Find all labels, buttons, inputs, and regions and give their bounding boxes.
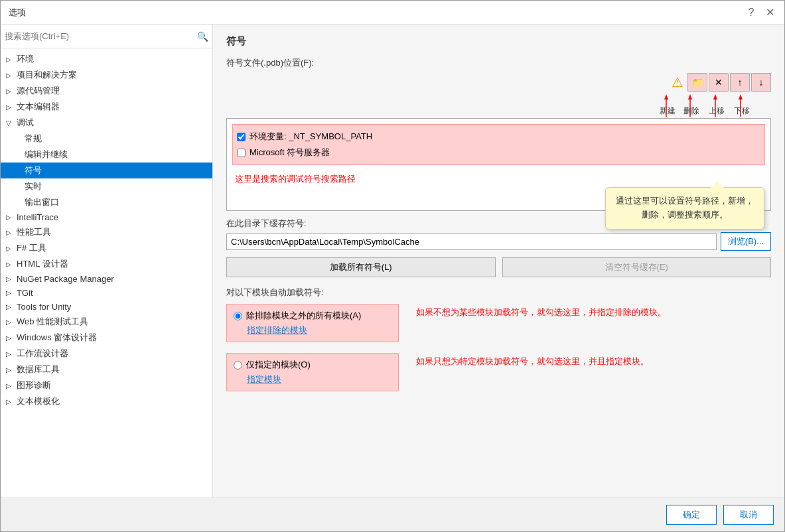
dialog-footer: 确定 取消 xyxy=(1,498,784,531)
tooltip-text: 通过这里可以设置符号路径，新增，删除，调整搜索顺序。 xyxy=(616,196,754,220)
tree-item-toolsforunity[interactable]: ▷Tools for Unity xyxy=(1,300,212,314)
tree-item-editcontinue[interactable]: 编辑并继续 xyxy=(1,147,212,163)
tree-item-source[interactable]: ▷源代码管理 xyxy=(1,83,212,99)
section-title: 符号 xyxy=(226,35,771,48)
search-input[interactable] xyxy=(5,31,197,41)
help-button[interactable]: ? xyxy=(745,6,758,19)
radio1-label: 除排除模块之外的所有模块(A) xyxy=(246,310,361,322)
tree-item-tgit[interactable]: ▷TGit xyxy=(1,286,212,300)
options-dialog: 选项 ? ✕ 🔍 ▷环境 ▷项目和解决方案 ▷源代码管理 ▷文本编辑器 ▽调试 … xyxy=(0,0,785,532)
radio2-label: 仅指定的模块(O) xyxy=(246,359,311,371)
clear-cache-button[interactable]: 清空符号缓存(E) xyxy=(502,257,772,277)
tree-item-winforms[interactable]: ▷Windows 窗体设计器 xyxy=(1,330,212,346)
radio2-input[interactable] xyxy=(234,361,242,369)
tree-view: ▷环境 ▷项目和解决方案 ▷源代码管理 ▷文本编辑器 ▽调试 常规 编辑并继续 … xyxy=(1,48,212,498)
checkbox-row-microsoft: Microsoft 符号服务器 xyxy=(237,145,760,161)
radio1-hint: 如果不想为某些模块加载符号，就勾选这里，并指定排除的模块。 xyxy=(416,306,771,318)
tree-item-fsharp[interactable]: ▷F# 工具 xyxy=(1,240,212,256)
checkbox-row-env: 环境变量: _NT_SYMBOL_PATH xyxy=(237,129,760,145)
file-label: 符号文件(.pdb)位置(F): xyxy=(226,57,771,69)
tree-item-symbol[interactable]: 符号 xyxy=(1,163,212,178)
cache-input-row: 浏览(B)... xyxy=(226,232,771,251)
search-icon: 🔍 xyxy=(197,31,208,42)
tree-item-webperf[interactable]: ▷Web 性能测试工具 xyxy=(1,314,212,330)
radio1-input[interactable] xyxy=(234,312,242,320)
svg-marker-3 xyxy=(688,94,692,100)
tree-item-texteditor[interactable]: ▷文本编辑器 xyxy=(1,99,212,115)
radio2-row: 仅指定的模块(O) 指定模块 如果只想为特定模块加载符号，就勾选这里，并且指定模… xyxy=(226,353,771,397)
checkbox-microsoft[interactable] xyxy=(237,149,246,157)
tree-item-texttemplate[interactable]: ▷文本模板化 xyxy=(1,393,212,409)
tree-item-outputwindow[interactable]: 输出窗口 xyxy=(1,194,212,210)
checkbox-env-label: 环境变量: _NT_SYMBOL_PATH xyxy=(250,131,372,143)
cache-path-input[interactable] xyxy=(226,233,717,250)
radio2-section: 仅指定的模块(O) 指定模块 xyxy=(226,353,399,391)
cancel-button[interactable]: 取消 xyxy=(723,505,774,525)
checkbox-env[interactable] xyxy=(237,133,246,141)
action-row: 加载所有符号(L) 清空符号缓存(E) xyxy=(226,257,771,277)
tooltip-balloon: 通过这里可以设置符号路径，新增，删除，调整搜索顺序。 xyxy=(605,187,764,230)
radio1-section: 除排除模块之外的所有模块(A) 指定排除的模块 xyxy=(226,304,399,342)
dialog-body: 🔍 ▷环境 ▷项目和解决方案 ▷源代码管理 ▷文本编辑器 ▽调试 常规 编辑并继… xyxy=(1,25,784,498)
radio1-link[interactable]: 指定排除的模块 xyxy=(247,325,307,335)
tree-item-workflow[interactable]: ▷工作流设计器 xyxy=(1,346,212,362)
radio1-row: 除排除模块之外的所有模块(A) 指定排除的模块 如果不想为某些模块加载符号，就勾… xyxy=(226,304,771,348)
label-up: 上移 xyxy=(705,105,729,117)
tree-item-perftools[interactable]: ▷性能工具 xyxy=(1,224,212,240)
title-bar-controls: ? ✕ xyxy=(745,6,776,19)
label-delete: 删除 xyxy=(679,105,703,117)
tree-item-debug[interactable]: ▽调试 xyxy=(1,115,212,131)
ok-button[interactable]: 确定 xyxy=(666,505,717,525)
close-button[interactable]: ✕ xyxy=(763,6,776,19)
tree-item-dbtools[interactable]: ▷数据库工具 xyxy=(1,362,212,377)
checkbox-microsoft-label: Microsoft 符号服务器 xyxy=(250,147,330,159)
warn-icon: ⚠ xyxy=(672,74,683,90)
right-panel: 符号 符号文件(.pdb)位置(F): ⚠ 📁 ✕ ↑ ↓ xyxy=(213,25,784,498)
browse-button[interactable]: 浏览(B)... xyxy=(721,232,771,251)
tree-item-general[interactable]: 常规 xyxy=(1,131,212,147)
auto-load-title: 对以下模块自动加载符号: xyxy=(226,287,771,299)
radio2-hint: 如果只想为特定模块加载符号，就勾选这里，并且指定模块。 xyxy=(416,356,771,367)
move-up-button[interactable]: ↑ xyxy=(730,73,750,92)
tree-item-realtime[interactable]: 实时 xyxy=(1,178,212,194)
radio2-link[interactable]: 指定模块 xyxy=(247,374,281,384)
new-folder-button[interactable]: 📁 xyxy=(687,73,707,92)
tree-item-intellitrace[interactable]: ▷IntelliTrace xyxy=(1,210,212,224)
delete-button[interactable]: ✕ xyxy=(709,73,729,92)
label-down: 下移 xyxy=(730,105,754,117)
search-hint: 这里是搜索的调试符号搜索路径 xyxy=(232,170,765,188)
symbol-path-area: 环境变量: _NT_SYMBOL_PATH Microsoft 符号服务器 xyxy=(232,124,765,165)
auto-load-section: 对以下模块自动加载符号: 除排除模块之外的所有模块(A) 指定排除的模块 如果不… xyxy=(226,287,771,397)
tree-item-project[interactable]: ▷项目和解决方案 xyxy=(1,67,212,83)
label-new: 新建 xyxy=(656,105,679,117)
load-all-button[interactable]: 加载所有符号(L) xyxy=(226,257,496,277)
search-bar: 🔍 xyxy=(1,25,212,48)
svg-marker-5 xyxy=(713,94,717,100)
svg-marker-1 xyxy=(664,94,668,100)
tree-item-htmldesigner[interactable]: ▷HTML 设计器 xyxy=(1,256,212,272)
radio2-option: 仅指定的模块(O) xyxy=(234,359,392,371)
left-panel: 🔍 ▷环境 ▷项目和解决方案 ▷源代码管理 ▷文本编辑器 ▽调试 常规 编辑并继… xyxy=(1,25,213,498)
radio1-option: 除排除模块之外的所有模块(A) xyxy=(234,310,392,322)
tree-item-nuget[interactable]: ▷NuGet Package Manager xyxy=(1,272,212,286)
dialog-title: 选项 xyxy=(9,7,26,19)
title-bar: 选项 ? ✕ xyxy=(1,1,784,25)
svg-marker-7 xyxy=(739,94,743,100)
tree-item-graphicsdiag[interactable]: ▷图形诊断 xyxy=(1,377,212,393)
tree-item-env[interactable]: ▷环境 xyxy=(1,51,212,67)
move-down-button[interactable]: ↓ xyxy=(751,73,771,92)
